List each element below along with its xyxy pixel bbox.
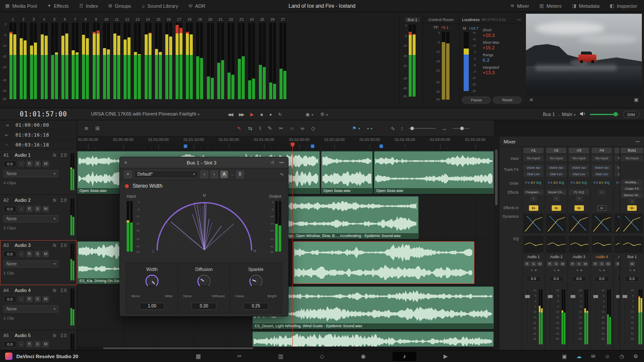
close-icon[interactable]: × — [124, 159, 133, 166]
marker-menu[interactable]: ▪▾ — [367, 125, 372, 131]
strip-m-button[interactable]: M — [560, 262, 565, 266]
undo-icon[interactable]: ↺ — [270, 160, 274, 165]
volume-handle[interactable] — [614, 112, 618, 116]
collaboration-icon[interactable]: ☺ — [605, 353, 610, 359]
track-header-A1[interactable]: A1Audio 1fx2.00.0▪RSMNone▾4 Clips — [0, 150, 77, 195]
page-cut[interactable]: ✂ — [228, 352, 252, 361]
input-selector[interactable]: No Input — [569, 155, 589, 161]
knob-value[interactable]: 0.25 — [243, 303, 268, 310]
page-edit[interactable]: ▥ — [269, 352, 293, 361]
timeline-view-options-icon[interactable]: ≋ — [84, 125, 88, 131]
zoom-slider[interactable] — [409, 128, 436, 129]
eq-graph[interactable] — [592, 236, 612, 253]
track-volume[interactable]: 0.0 — [3, 206, 16, 212]
pencil-tool[interactable]: ✎ — [267, 125, 272, 131]
effects-in-button[interactable]: In — [627, 205, 637, 211]
track-m-button[interactable]: M — [43, 161, 49, 167]
order-indicator[interactable]: FXDYEQ — [523, 181, 544, 185]
track-group-dropdown[interactable]: None▾ — [3, 260, 58, 268]
add-preset-button[interactable]: + — [124, 170, 132, 178]
strip-tab[interactable]: Bus1 — [621, 148, 643, 153]
track-header-A2[interactable]: A2Audio 2fx2.00.0▪RSMNone▾2 Clips — [0, 195, 77, 240]
monitor-knob[interactable]: ◉▾ — [306, 112, 313, 117]
timeline-marker[interactable] — [380, 144, 383, 148]
fader-value[interactable]: 0.0 — [549, 276, 564, 282]
strip-s-button[interactable]: S — [553, 262, 559, 266]
selection-tool[interactable]: ↖ — [237, 125, 241, 131]
track-fx-slot[interactable]: Voice Iso — [523, 165, 544, 170]
audio-clip[interactable]: Open Seas.wav — [321, 151, 373, 194]
track-s-button[interactable]: S — [34, 161, 41, 167]
options-icon[interactable]: ••• — [517, 18, 521, 21]
page-deliver[interactable]: ▶ — [434, 352, 458, 361]
order-indicator[interactable]: FXDYEQ — [546, 181, 566, 185]
waveform-zoom-icon[interactable]: ∿ — [391, 125, 395, 131]
scroll-slider-handle[interactable] — [460, 127, 464, 130]
topbar-sound-library-button[interactable]: ♫Sound Library — [136, 0, 183, 12]
track-s-button[interactable]: S — [34, 296, 41, 302]
record-button[interactable]: ● — [269, 112, 272, 117]
automation-controls[interactable]: ∿▾ — [569, 268, 589, 272]
automation-controls[interactable]: ∿▾ — [546, 268, 566, 272]
dynamics-graph[interactable] — [569, 213, 589, 233]
strip-s-button[interactable]: S — [576, 262, 582, 266]
fader-handle[interactable] — [622, 295, 628, 298]
add-effect-button[interactable]: + — [629, 199, 635, 204]
monitor-source[interactable]: Bus 1 → Main▾ — [543, 112, 575, 117]
fader-value[interactable]: 0.0 — [526, 276, 541, 282]
topbar-effects-button[interactable]: ✦Effects — [42, 0, 74, 12]
timeline-marker[interactable] — [311, 144, 315, 148]
page-fusion[interactable]: ◇ — [310, 352, 334, 361]
effect-slot[interactable]: Chain FX — [621, 186, 643, 192]
track-group-dropdown[interactable]: None▾ — [3, 170, 58, 177]
fader-handle[interactable] — [570, 295, 576, 298]
track-volume[interactable]: 0.0 — [3, 296, 16, 302]
topbar-adr-button[interactable]: ΨADR — [183, 0, 210, 12]
zoom-slider-handle[interactable] — [410, 127, 414, 130]
preset-dropdown[interactable]: Default*▾ — [134, 170, 198, 178]
track-group-dropdown[interactable]: None▾ — [3, 215, 58, 222]
effect-slot[interactable]: Stereo W... — [621, 192, 643, 198]
horizontal-zoom-icon[interactable]: ↔ — [442, 125, 447, 131]
track-fx-slot[interactable]: Dial Lev — [592, 171, 612, 177]
monitor-volume-slider[interactable] — [590, 114, 619, 115]
pause-button[interactable]: Pause — [462, 97, 491, 103]
channel-fader[interactable]: 10505101520304050 — [621, 287, 643, 348]
eq-graph[interactable] — [546, 236, 566, 253]
trim-tool[interactable]: ⇆ — [248, 125, 252, 131]
reset-button[interactable]: Reset — [493, 97, 522, 103]
plugin-titlebar[interactable]: × Bus 1 - Slot 3 ↺••• — [120, 157, 288, 168]
audio-clip[interactable]: ES_Desert, Light Whistling, Wind Gusts -… — [252, 286, 494, 329]
channel-fader[interactable]: 10505101520304050 — [546, 287, 566, 348]
dim-button[interactable]: DIM — [623, 111, 640, 118]
timeline-marker[interactable] — [184, 144, 188, 148]
topbar-groups-button[interactable]: ⊞Groups — [103, 0, 136, 12]
timeline-ruler[interactable]: 01:00:30:0001:00:45:0001:01:00:0001:01:1… — [77, 137, 494, 150]
audio-clip[interactable]: Open Seas.wav — [374, 151, 494, 194]
strip-m-button[interactable]: M — [605, 262, 611, 266]
track-r-button[interactable]: R — [26, 161, 33, 167]
fader-handle[interactable] — [525, 295, 530, 298]
order-indicator[interactable]: FXDYEQ — [569, 181, 589, 185]
track-r-button[interactable]: R — [26, 251, 33, 257]
razor-tool[interactable]: ✂ — [279, 125, 283, 131]
track-fx-slot[interactable]: Voice Iso — [546, 165, 566, 170]
knob-value[interactable]: 1.00 — [140, 303, 164, 310]
eq-graph[interactable] — [621, 236, 643, 253]
track-m-button[interactable]: M — [43, 341, 49, 347]
keyframe-tool[interactable]: ◇ — [311, 125, 315, 131]
vscroll-thumb[interactable] — [495, 149, 498, 205]
track-fx-slot[interactable]: Dial Lev — [569, 171, 589, 177]
bypass-icon[interactable]: ∿ — [280, 171, 284, 177]
page-fairlight[interactable]: ♪ — [392, 352, 416, 361]
track-r-button[interactable]: R — [26, 206, 33, 212]
input-selector[interactable]: No Input — [621, 155, 643, 161]
eq-graph[interactable] — [569, 236, 589, 253]
loop-button[interactable]: ↻ — [278, 112, 282, 117]
track-header-A5[interactable]: A5Audio 5fx2.00.0▪RSMNone▾ — [0, 330, 77, 350]
track-fx-badge[interactable]: fx — [53, 198, 56, 203]
track-volume[interactable]: 0.0 — [3, 341, 16, 347]
fader-value[interactable]: 0.0 — [595, 276, 609, 282]
topbar-media-pool-button[interactable]: ▦Media Pool — [0, 0, 42, 12]
track-r-button[interactable]: R — [26, 296, 33, 302]
